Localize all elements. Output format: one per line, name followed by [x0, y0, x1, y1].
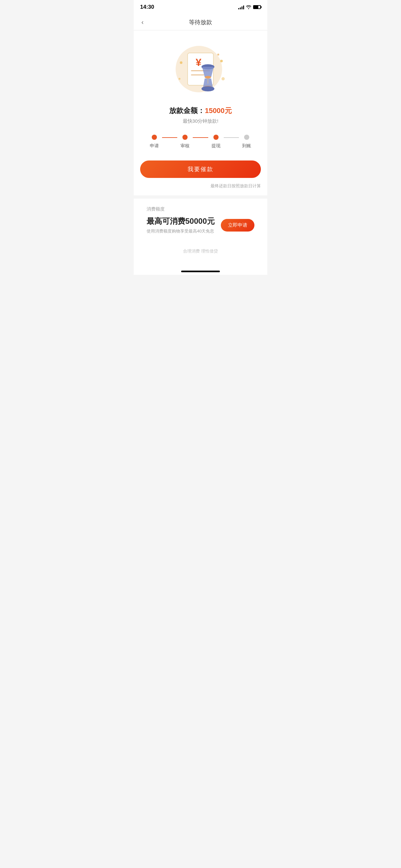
step-shenhe: 审核: [177, 135, 193, 149]
status-time: 14:30: [140, 4, 154, 10]
step-shenqing: 申请: [147, 135, 162, 149]
amount-value: 15000元: [205, 106, 232, 115]
battery-icon: [253, 5, 261, 9]
svg-point-8: [202, 86, 214, 91]
step-dot-1: [152, 135, 157, 140]
progress-steps: 申请 审核 提现 到账: [140, 135, 261, 149]
consumer-header: 消费额度: [147, 206, 254, 212]
apply-now-button[interactable]: 立即申请: [221, 219, 254, 231]
svg-point-6: [205, 76, 211, 79]
repay-note: 最终还款日按照放款日计算: [140, 183, 261, 189]
consumer-body: 最高可消费50000元 使用消费额度购物享受最高40天免息 立即申请: [147, 216, 254, 234]
section-divider: [134, 195, 267, 198]
signal-icon: [238, 5, 244, 9]
nav-bar: ‹ 等待放款: [134, 14, 267, 30]
step-label-3: 提现: [212, 143, 220, 149]
page-title: 等待放款: [189, 19, 212, 26]
consumer-info: 最高可消费50000元 使用消费额度购物享受最高40天免息: [147, 216, 221, 234]
amount-label: 放款金额：: [169, 106, 205, 115]
progress-track: 申请 审核 提现 到账: [147, 135, 254, 149]
svg-point-11: [220, 60, 223, 62]
progress-line-3: [224, 137, 239, 138]
step-label-2: 审核: [181, 143, 189, 149]
step-daozhang: 到账: [239, 135, 254, 149]
svg-point-13: [221, 77, 225, 81]
amount-subtitle: 最快30分钟放款!: [140, 118, 261, 124]
back-button[interactable]: ‹: [139, 16, 146, 28]
step-dot-2: [182, 135, 188, 140]
svg-point-10: [180, 61, 182, 64]
wifi-icon: [246, 4, 251, 10]
amount-section: 放款金额：15000元 最快30分钟放款!: [140, 106, 261, 124]
progress-line-2: [193, 137, 208, 138]
loan-illustration: ¥: [172, 40, 229, 98]
svg-point-14: [217, 54, 219, 56]
progress-line-1: [162, 137, 178, 138]
status-bar: 14:30: [134, 0, 267, 14]
main-content: ¥: [134, 30, 267, 264]
consumer-description: 使用消费额度购物享受最高40天免息: [147, 228, 221, 234]
consumer-amount: 最高可消费50000元: [147, 216, 221, 226]
step-tixian: 提现: [208, 135, 224, 149]
home-bar: [181, 271, 220, 272]
svg-point-12: [179, 78, 181, 80]
amount-title: 放款金额：15000元: [140, 106, 261, 116]
footer-note: 合理消费 理性借贷: [140, 242, 261, 257]
step-dot-3: [213, 135, 219, 140]
urge-button[interactable]: 我要催款: [140, 160, 261, 178]
status-icons: [238, 4, 261, 10]
step-dot-4: [244, 135, 249, 140]
step-label-1: 申请: [150, 143, 159, 149]
svg-text:¥: ¥: [196, 57, 202, 68]
illustration-container: ¥: [140, 40, 261, 98]
consumer-section: 消费额度 最高可消费50000元 使用消费额度购物享受最高40天免息 立即申请: [140, 198, 261, 242]
home-indicator: [134, 264, 267, 275]
step-label-4: 到账: [242, 143, 251, 149]
